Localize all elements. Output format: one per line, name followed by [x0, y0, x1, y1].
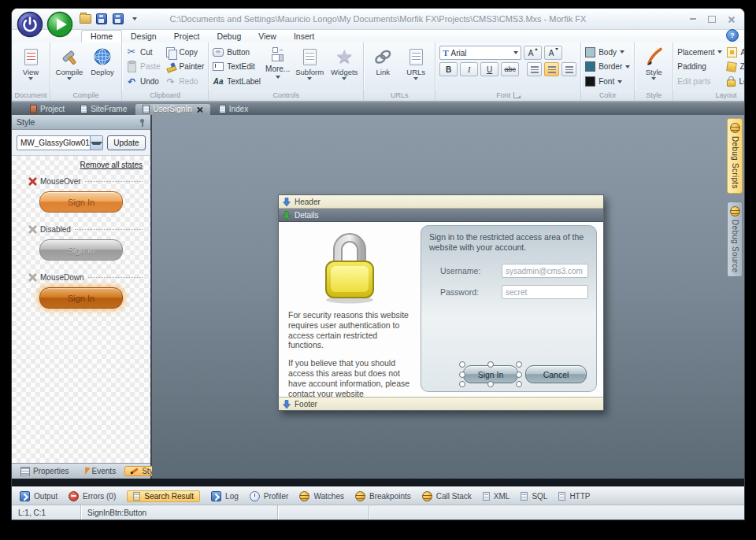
italic-button[interactable]: I — [460, 62, 478, 76]
insert-button-control[interactable]: Button — [213, 46, 261, 58]
underline-button[interactable]: U — [480, 62, 498, 76]
remove-state-icon[interactable] — [28, 225, 36, 234]
tab-debug-source[interactable]: Debug Source — [727, 202, 743, 278]
align-center-button[interactable] — [544, 62, 559, 76]
insert-textlabel-control[interactable]: AaTextLabel — [213, 76, 261, 88]
border-color-button[interactable]: Border — [585, 61, 630, 73]
minimize-button[interactable] — [687, 14, 699, 24]
errors-tab[interactable]: Errors (0) — [69, 491, 116, 501]
call-stack-tab[interactable]: Call Stack — [422, 491, 472, 501]
remove-state-icon[interactable] — [28, 177, 36, 186]
style-button[interactable]: Style — [637, 44, 670, 90]
style-select[interactable]: MW_GlassyGlow01 — [17, 135, 103, 150]
form-details-band[interactable]: Details — [279, 209, 603, 222]
tab-properties[interactable]: Properties — [15, 466, 75, 477]
remove-all-states-link[interactable]: Remove all states — [18, 161, 143, 169]
align-right-button[interactable] — [561, 62, 576, 76]
selection-handle[interactable] — [459, 372, 465, 378]
link-button[interactable]: Link — [366, 44, 399, 90]
padding-button[interactable]: Padding — [677, 61, 722, 73]
state-preview-mousedown-button[interactable]: Sign In — [39, 287, 123, 309]
maximize-button[interactable] — [706, 14, 717, 24]
state-preview-mouseover-button[interactable]: Sign In — [39, 191, 123, 213]
tab-design[interactable]: Design — [122, 31, 165, 43]
pin-icon[interactable] — [139, 119, 146, 126]
selection-handle[interactable] — [459, 361, 465, 368]
z-order-button[interactable]: Z Order — [727, 61, 745, 73]
redo-button[interactable]: ↷Redo — [165, 76, 205, 88]
tab-project[interactable]: Project — [165, 31, 209, 43]
close-button[interactable] — [725, 14, 736, 24]
sql-tab[interactable]: SQL — [521, 492, 547, 501]
profiler-tab[interactable]: Profiler — [250, 491, 289, 501]
breakpoints-tab[interactable]: Breakpoints — [355, 491, 411, 501]
urls-button[interactable]: URLs — [399, 44, 432, 90]
selection-handle[interactable] — [487, 381, 494, 387]
insert-textedit-control[interactable]: TextEdit — [213, 61, 261, 73]
tab-home[interactable]: Home — [81, 30, 122, 43]
username-field[interactable] — [502, 264, 588, 278]
undo-button[interactable]: ↶Undo — [126, 76, 161, 88]
align-left-button[interactable] — [527, 62, 542, 76]
doc-tab-index[interactable]: Index — [212, 104, 255, 115]
shrink-font-button[interactable]: A — [544, 46, 562, 60]
bold-button[interactable]: B — [439, 62, 458, 76]
selection-handle[interactable] — [459, 381, 465, 387]
run-project-button[interactable] — [46, 11, 73, 38]
copy-button[interactable]: Copy — [165, 46, 205, 58]
tab-insert[interactable]: Insert — [285, 31, 323, 43]
output-tab[interactable]: Output — [20, 491, 57, 501]
design-canvas[interactable]: Header Details — [152, 115, 744, 479]
remove-state-icon[interactable] — [28, 273, 36, 282]
placement-button[interactable]: Placement — [677, 46, 722, 58]
log-tab[interactable]: Log — [211, 491, 239, 501]
doc-tab-siteframe[interactable]: SiteFrame — [73, 104, 134, 115]
lock-button[interactable]: Lock — [727, 76, 745, 88]
compile-button[interactable]: Compile — [53, 44, 86, 90]
align-button[interactable]: Align — [727, 46, 745, 58]
save-button[interactable] — [94, 12, 109, 26]
style-select-dropdown[interactable] — [90, 136, 102, 150]
grow-font-button[interactable]: A — [524, 46, 542, 60]
selection-handle[interactable] — [487, 361, 494, 368]
font-color-button[interactable]: Font — [585, 76, 630, 88]
open-button[interactable] — [78, 12, 92, 26]
widgets-button[interactable]: ★ Widgets — [328, 44, 361, 90]
tab-debug[interactable]: Debug — [208, 31, 250, 43]
form-header-band[interactable]: Header — [279, 195, 603, 209]
watches-tab[interactable]: Watches — [299, 491, 344, 501]
more-controls-button[interactable]: More... — [265, 64, 290, 73]
morfik-menu-button[interactable] — [17, 11, 43, 38]
tab-view[interactable]: View — [250, 31, 285, 43]
toolbar-options-button[interactable] — [128, 12, 142, 26]
selection-handle[interactable] — [516, 361, 522, 368]
save-all-button[interactable] — [111, 12, 125, 26]
deploy-button[interactable]: Deploy — [86, 44, 119, 90]
close-tab-icon[interactable] — [197, 106, 203, 113]
tab-events[interactable]: Events — [78, 466, 122, 476]
selection-handle[interactable] — [516, 372, 522, 378]
cancel-button[interactable]: Cancel — [525, 365, 587, 383]
painter-button[interactable]: Painter — [165, 61, 205, 73]
doc-tab-usersignin[interactable]: UserSignIn — [135, 104, 209, 115]
view-button[interactable]: View — [14, 44, 47, 90]
selection-handle[interactable] — [516, 381, 522, 387]
doc-tab-project[interactable]: Project — [23, 104, 72, 115]
edit-parts-button[interactable]: Edit parts — [677, 76, 722, 88]
subform-button[interactable]: Subform — [293, 44, 326, 90]
state-preview-disabled-button[interactable]: Sign In — [39, 239, 123, 261]
password-field[interactable] — [502, 285, 588, 299]
form-footer-band[interactable]: Footer — [279, 397, 603, 410]
http-tab[interactable]: HTTP — [558, 492, 590, 501]
search-result-tab[interactable]: Search Result — [127, 490, 200, 502]
font-family-select[interactable]: T Arial — [439, 46, 521, 60]
font-dialog-launcher[interactable] — [513, 92, 520, 98]
xml-tab[interactable]: XML — [483, 492, 510, 501]
update-button[interactable]: Update — [107, 135, 146, 150]
strikethrough-button[interactable]: abc — [501, 62, 519, 76]
paste-button[interactable]: Paste — [126, 61, 161, 73]
cut-button[interactable]: ✂Cut — [126, 46, 161, 58]
body-color-button[interactable]: Body — [585, 46, 630, 58]
tab-debug-scripts[interactable]: Debug Scripts — [727, 118, 743, 194]
help-button[interactable]: ? — [726, 29, 739, 42]
